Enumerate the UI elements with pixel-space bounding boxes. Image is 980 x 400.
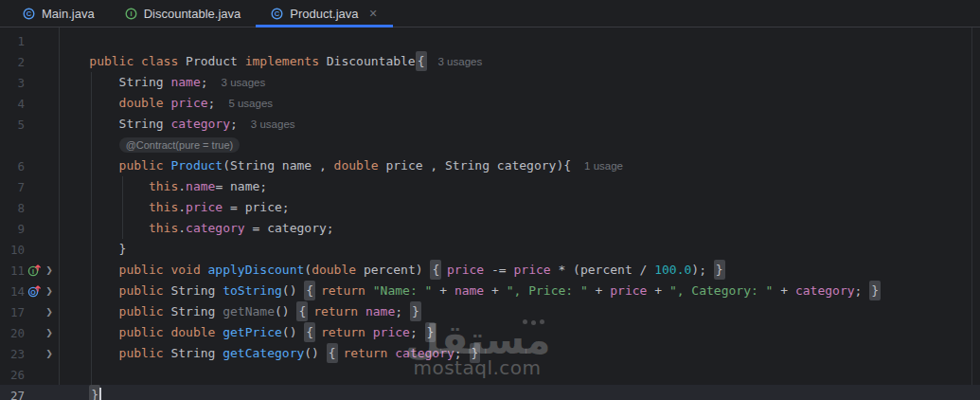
line-number[interactable]: 10 bbox=[0, 243, 25, 257]
fold-arrow-icon[interactable]: ❯ bbox=[43, 349, 56, 358]
code-line-row: 23❯ public String getCategory() { return… bbox=[0, 343, 980, 364]
code-line-row: 5 String category;3 usages bbox=[0, 114, 980, 135]
svg-text:C: C bbox=[275, 9, 280, 18]
line-number[interactable]: 2 bbox=[0, 55, 25, 69]
code-line-row: 11I❯ public void applyDiscount(double pe… bbox=[0, 260, 980, 281]
svg-text:O: O bbox=[30, 289, 36, 296]
code-line-row: @Contract(pure = true) bbox=[0, 135, 980, 155]
line-number[interactable]: 4 bbox=[0, 97, 25, 111]
gutter: 5 bbox=[0, 114, 60, 135]
text-caret bbox=[99, 388, 101, 400]
usages-hint[interactable]: 1 usage bbox=[584, 160, 623, 172]
line-number[interactable]: 14 bbox=[0, 284, 25, 299]
line-number[interactable]: 7 bbox=[0, 180, 25, 194]
usages-hint[interactable]: 5 usages bbox=[228, 98, 273, 109]
code-line-row: 2 public class Product implements Discou… bbox=[0, 51, 980, 72]
gutter: 6 bbox=[0, 155, 60, 176]
gutter: 3 bbox=[0, 72, 60, 93]
ide-window: CMain.javaIDiscountable.javaCProduct.jav… bbox=[0, 0, 980, 400]
usages-hint[interactable]: 3 usages bbox=[251, 118, 295, 130]
code-line[interactable]: } bbox=[60, 239, 126, 260]
code-line-row: 20❯ public double getPrice() { return pr… bbox=[0, 322, 980, 343]
fold-arrow-icon[interactable]: ❯ bbox=[43, 307, 56, 317]
svg-text:C: C bbox=[27, 9, 32, 18]
interface-icon: I bbox=[125, 8, 137, 20]
gutter: 2 bbox=[0, 51, 60, 72]
line-number[interactable]: 11 bbox=[0, 264, 25, 278]
gutter: 4 bbox=[0, 93, 60, 114]
usages-hint[interactable]: 3 usages bbox=[222, 77, 266, 88]
code-line[interactable]: public double getPrice() { return price;… bbox=[60, 322, 434, 343]
code-line[interactable]: public void applyDiscount(double percent… bbox=[60, 260, 723, 281]
gutter: 10 bbox=[0, 239, 60, 260]
code-line[interactable]: public class Product implements Discount… bbox=[60, 51, 425, 72]
close-icon[interactable]: ✕ bbox=[369, 8, 378, 20]
tab-main-java[interactable]: CMain.java bbox=[8, 0, 110, 27]
code-lines: 12 public class Product implements Disco… bbox=[0, 30, 980, 400]
code-line-row: 27 } bbox=[0, 385, 980, 400]
code-line[interactable]: @Contract(pure = true) bbox=[60, 135, 240, 155]
tab-bar: CMain.javaIDiscountable.javaCProduct.jav… bbox=[0, 0, 980, 27]
line-number[interactable]: 5 bbox=[0, 118, 25, 132]
implements-icon[interactable]: I bbox=[26, 264, 43, 277]
code-line[interactable]: String category; bbox=[60, 114, 238, 135]
gutter: 1 bbox=[0, 30, 60, 51]
code-line-row: 7 this.name= name; bbox=[0, 176, 980, 197]
code-line-row: 6 public Product(String name , double pr… bbox=[0, 155, 980, 176]
code-line[interactable]: public String getName() { return name; } bbox=[60, 301, 419, 322]
svg-text:I: I bbox=[130, 9, 132, 18]
svg-text:I: I bbox=[32, 268, 34, 275]
gutter: 11I❯ bbox=[0, 260, 60, 281]
code-line[interactable]: this.price = price; bbox=[60, 197, 290, 218]
gutter: 8 bbox=[0, 197, 60, 218]
code-line[interactable]: public Product(String name , double pric… bbox=[60, 155, 571, 176]
usages-hint[interactable]: 3 usages bbox=[438, 56, 483, 67]
gutter: 14O❯ bbox=[0, 281, 60, 301]
code-line-row: 10 } bbox=[0, 239, 980, 260]
gutter: 27 bbox=[0, 385, 60, 400]
code-line[interactable]: this.category = category; bbox=[60, 218, 334, 239]
gutter: 26 bbox=[0, 364, 60, 385]
code-line[interactable]: } bbox=[60, 385, 101, 400]
code-line[interactable]: this.name= name; bbox=[60, 176, 267, 197]
code-line-row: 14O❯ public String toString() { return "… bbox=[0, 281, 980, 301]
line-number[interactable]: 20 bbox=[0, 326, 25, 340]
line-number[interactable]: 1 bbox=[0, 34, 25, 48]
editor: 12 public class Product implements Disco… bbox=[0, 27, 980, 400]
line-number[interactable]: 3 bbox=[0, 76, 25, 90]
code-line-row: 26 bbox=[0, 364, 980, 385]
tab-product-java[interactable]: CProduct.java✕ bbox=[256, 0, 392, 27]
code-line[interactable]: public String toString() { return "Name:… bbox=[60, 281, 879, 301]
gutter: 20❯ bbox=[0, 322, 60, 343]
code-line[interactable]: public String getCategory() { return cat… bbox=[60, 343, 478, 364]
overrides-icon[interactable]: O bbox=[26, 284, 43, 298]
line-number[interactable]: 9 bbox=[0, 222, 25, 236]
code-line-row: 17❯ public String getName() { return nam… bbox=[0, 301, 980, 322]
code-line-row: 1 bbox=[0, 30, 980, 51]
gutter: 9 bbox=[0, 218, 60, 239]
line-number[interactable]: 17 bbox=[0, 305, 25, 319]
tab-label: Main.java bbox=[42, 7, 95, 21]
inlay-hint-contract[interactable]: @Contract(pure = true) bbox=[119, 137, 241, 153]
gutter: 7 bbox=[0, 176, 60, 197]
fold-arrow-icon[interactable]: ❯ bbox=[43, 286, 56, 296]
line-number[interactable]: 6 bbox=[0, 159, 25, 173]
line-number[interactable]: 8 bbox=[0, 201, 25, 215]
gutter bbox=[0, 135, 60, 155]
gutter: 17❯ bbox=[0, 301, 60, 322]
tab-discountable-java[interactable]: IDiscountable.java bbox=[110, 0, 257, 27]
line-number[interactable]: 23 bbox=[0, 347, 25, 361]
code-line-row: 3 String name;3 usages bbox=[0, 72, 980, 93]
line-number[interactable]: 26 bbox=[0, 368, 25, 382]
class-icon: C bbox=[23, 8, 35, 20]
fold-arrow-icon[interactable]: ❯ bbox=[43, 265, 56, 275]
code-line[interactable]: double price; bbox=[60, 93, 215, 114]
class-icon: C bbox=[271, 8, 283, 20]
tab-label: Discountable.java bbox=[144, 7, 241, 21]
code-line[interactable]: String name; bbox=[60, 72, 208, 93]
line-number[interactable]: 27 bbox=[0, 389, 25, 400]
code-line-row: 8 this.price = price; bbox=[0, 197, 980, 218]
code-line-row: 4 double price;5 usages bbox=[0, 93, 980, 114]
code-line-row: 9 this.category = category; bbox=[0, 218, 980, 239]
fold-arrow-icon[interactable]: ❯ bbox=[43, 328, 56, 337]
